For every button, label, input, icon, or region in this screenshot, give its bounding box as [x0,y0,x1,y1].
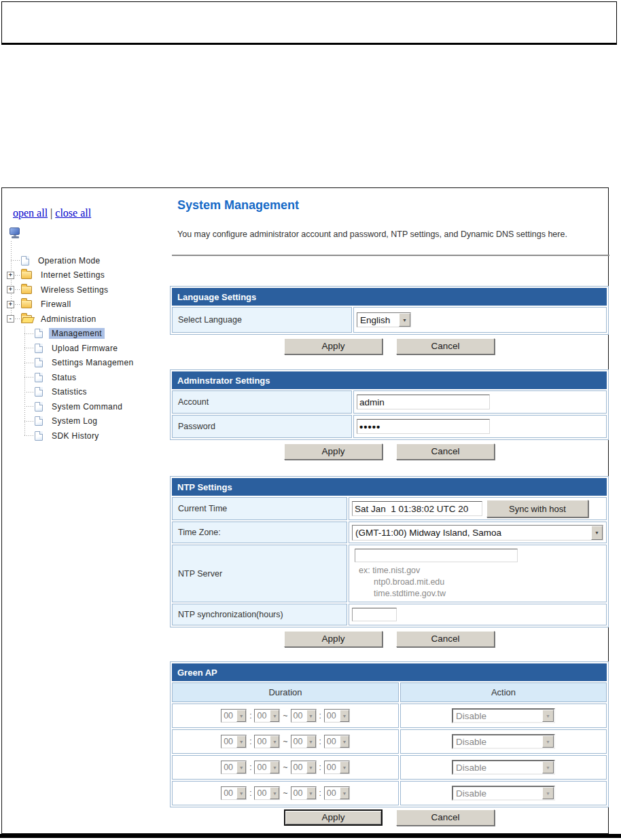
link-separator: | [50,207,52,219]
tree-item-administration[interactable]: - Administration [2,312,168,327]
duration-cell: 00▼ : 00▼ ~ 00▼ : 00▼ [172,729,399,754]
select-value: 00 [325,761,340,773]
time-zone-select[interactable]: (GMT-11:00) Midway Island, Samoa ▼ [352,525,603,541]
action-select[interactable]: Disable▼ [452,760,555,775]
cancel-button[interactable]: Cancel [396,443,495,460]
start-hour-select[interactable]: 00▼ [221,761,247,774]
apply-button[interactable]: Apply [284,443,383,460]
tree-item-operation-mode[interactable]: Operation Mode [2,253,168,268]
tree-stub [24,435,33,436]
start-minute-select[interactable]: 00▼ [254,786,280,800]
tree-item-firewall[interactable]: + Firewall [2,297,168,312]
dropdown-arrow-icon: ▼ [270,761,279,773]
dropdown-arrow-icon: ▼ [542,735,554,748]
tree-item-statistics[interactable]: Statistics [2,385,168,400]
tree-item-system-command[interactable]: System Command [2,399,168,414]
select-value: 00 [221,735,236,748]
start-minute-select[interactable]: 00▼ [254,761,280,774]
tree-stub [24,421,33,422]
tree-item-system-log[interactable]: System Log [2,414,168,429]
action-select[interactable]: Disable▼ [452,708,555,723]
dropdown-arrow-icon: ▼ [270,710,279,722]
password-input[interactable] [357,419,490,434]
dropdown-arrow-icon: ▼ [542,761,554,773]
select-language-label: Select Language [172,307,352,333]
time-separator: : [249,788,251,798]
page-icon [35,416,43,426]
end-hour-select[interactable]: 00▼ [291,786,317,800]
end-minute-select[interactable]: 00▼ [324,735,350,748]
sidebar: open all|close all Operation Mode + Inte… [2,188,168,833]
tree-item-label: Firewall [38,299,74,310]
current-time-input[interactable] [352,501,482,516]
tree-stub [11,260,20,261]
tree-item-internet-settings[interactable]: + Internet Settings [2,268,168,283]
close-all-link[interactable]: close all [55,207,91,219]
ntp-server-input[interactable] [355,549,518,562]
language-settings-table: Language Settings Select Language Englis… [170,286,609,335]
account-input[interactable] [357,395,490,409]
page-description: You may configure administrator account … [177,230,610,239]
action-select[interactable]: Disable▼ [452,734,555,749]
apply-button[interactable]: Apply [284,631,383,647]
account-cell [353,390,607,414]
tree-item-upload-firmware[interactable]: Upload Firmware [2,341,168,356]
tree-item-label: SDK History [49,431,102,441]
tree-stub [24,406,33,407]
end-hour-select[interactable]: 00▼ [291,709,317,723]
ntp-buttons: Apply Cancel [170,631,609,647]
dropdown-arrow-icon: ▼ [236,761,246,773]
end-hour-select[interactable]: 00▼ [291,761,317,774]
page-icon [35,373,43,382]
time-separator: : [249,737,251,746]
start-hour-select[interactable]: 00▼ [221,786,247,800]
green-ap-row: 00▼ : 00▼ ~ 00▼ : 00▼ Disable▼ [172,704,607,728]
table-row: Account [172,390,607,414]
tree-item-management[interactable]: Management [2,327,168,342]
tree-item-label: Operation Mode [35,255,103,266]
end-hour-select[interactable]: 00▼ [291,735,317,748]
time-zone-select-value: (GMT-11:00) Midway Island, Samoa [353,526,591,540]
select-value: 00 [325,710,340,722]
apply-button[interactable]: Apply [284,809,383,826]
action-select[interactable]: Disable▼ [452,786,555,801]
tree-item-label: Statistics [49,386,90,397]
dropdown-arrow-icon: ▼ [340,735,349,748]
start-hour-select[interactable]: 00▼ [221,735,247,748]
expand-plus-icon[interactable]: + [7,301,14,308]
page-title: System Management [177,198,610,213]
time-separator: : [249,711,251,720]
collapse-minus-icon[interactable]: - [7,315,14,323]
start-minute-select[interactable]: 00▼ [254,709,280,723]
dropdown-arrow-icon: ▼ [542,787,554,799]
duration-column-header: Duration [172,682,399,702]
expand-plus-icon[interactable]: + [7,272,14,279]
tree-item-settings-management[interactable]: Settings Managemen [2,356,168,371]
content-area: System Management You may configure admi… [168,188,610,826]
cancel-button[interactable]: Cancel [396,338,495,354]
start-minute-select[interactable]: 00▼ [254,735,280,748]
password-cell [353,415,607,438]
open-all-link[interactable]: open all [13,207,48,219]
expand-plus-icon[interactable]: + [7,286,14,293]
dropdown-arrow-icon: ▼ [340,761,349,773]
language-select[interactable]: English ▼ [357,312,411,327]
end-minute-select[interactable]: 00▼ [324,761,350,774]
account-label: Account [172,390,352,414]
sync-with-host-button[interactable]: Sync with host [486,500,588,517]
apply-button[interactable]: Apply [284,338,383,354]
end-minute-select[interactable]: 00▼ [324,709,350,723]
page-icon [35,344,43,353]
table-row: Select Language English ▼ [172,307,607,333]
tree-item-sdk-history[interactable]: SDK History [2,428,168,443]
start-hour-select[interactable]: 00▼ [221,709,247,723]
cancel-button[interactable]: Cancel [396,631,495,647]
end-minute-select[interactable]: 00▼ [324,786,350,800]
tree-stub [15,289,20,290]
dropdown-arrow-icon: ▼ [306,761,316,773]
tree-item-status[interactable]: Status [2,370,168,385]
cancel-button[interactable]: Cancel [396,809,495,826]
current-time-label: Current Time [172,497,347,520]
ntp-sync-hours-input[interactable] [352,608,397,621]
tree-item-wireless-settings[interactable]: + Wireless Settings [2,282,168,297]
